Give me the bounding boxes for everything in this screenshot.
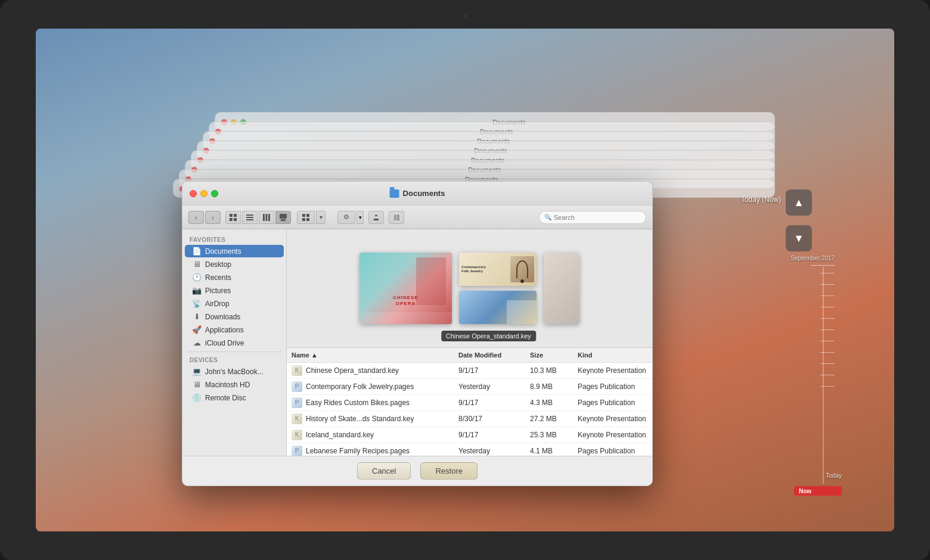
file-size: 27.2 MB	[525, 413, 573, 424]
traffic-lights	[190, 190, 218, 197]
table-row[interactable]: K Chinese Opera_standard.key 9/1/17 10.3…	[287, 363, 652, 379]
sidebar-label-applications: Applications	[205, 326, 244, 334]
minimize-button[interactable]	[200, 190, 207, 197]
svg-rect-5	[246, 217, 253, 218]
time-machine-down-button[interactable]: ▼	[786, 225, 812, 251]
share-button[interactable]	[368, 211, 384, 224]
table-row[interactable]: P Lebanese Family Recipes.pages Yesterda…	[287, 443, 652, 456]
sidebar-item-desktop[interactable]: 🖥 Desktop	[185, 258, 284, 270]
title-bar: Documents	[182, 182, 652, 206]
restore-button[interactable]: Restore	[420, 462, 478, 480]
sidebar-label-desktop: Desktop	[205, 260, 231, 269]
action-button[interactable]: ⚙	[337, 211, 355, 224]
file-name: Chinese Opera_standard.key	[306, 366, 399, 375]
file-icon-pages: P	[292, 397, 302, 408]
file-kind: Pages Publication	[573, 397, 652, 408]
sidebar-item-pictures[interactable]: 📷 Pictures	[185, 284, 284, 297]
sidebar-label-macbook: John's MacBook...	[205, 368, 264, 376]
pictures-icon: 📷	[192, 286, 202, 295]
preview-thumbnail-opera[interactable]: CHINESEOPERA	[359, 253, 452, 324]
close-button[interactable]	[190, 190, 197, 197]
view-buttons	[225, 211, 291, 224]
sidebar-item-airdrop[interactable]: 📡 AirDrop	[185, 297, 284, 310]
search-icon: 🔍	[544, 214, 551, 220]
cancel-button[interactable]: Cancel	[357, 462, 411, 480]
group-dropdown[interactable]: ▾	[316, 211, 326, 224]
time-machine-up-button[interactable]: ▲	[786, 189, 812, 216]
preview-area: CHINESEOPERA Contempora	[287, 229, 652, 348]
window-body: Favorites 📄 Documents 🖥 Desktop 🕐 Recent…	[182, 229, 652, 456]
col-header-date[interactable]: Date Modified	[454, 350, 525, 360]
group-button[interactable]	[297, 211, 315, 224]
file-date: 9/1/17	[454, 397, 525, 408]
view-icon-button[interactable]	[225, 211, 241, 224]
sidebar-item-icloud[interactable]: ☁ iCloud Drive	[185, 337, 284, 349]
svg-rect-3	[234, 218, 237, 221]
file-date: Yesterday	[454, 446, 525, 456]
search-box[interactable]: 🔍	[539, 211, 646, 224]
sidebar-item-applications[interactable]: 🚀 Applications	[185, 323, 284, 336]
svg-rect-0	[230, 214, 232, 217]
file-icon-key: K	[292, 365, 302, 376]
file-kind: Keynote Presentation	[573, 430, 652, 440]
svg-rect-13	[306, 214, 309, 217]
time-machine-today-marker: Today	[826, 472, 842, 479]
sidebar-item-downloads[interactable]: ⬇ Downloads	[185, 310, 284, 323]
sidebar-label-recents: Recents	[205, 273, 231, 282]
file-date: 9/1/17	[454, 365, 525, 376]
toolbar: ‹ ›	[182, 206, 652, 229]
col-header-kind[interactable]: Kind	[573, 350, 652, 360]
link-button[interactable]: ⛓	[389, 211, 404, 224]
airdrop-icon: 📡	[192, 299, 202, 308]
svg-rect-14	[302, 218, 305, 221]
nav-buttons: ‹ ›	[188, 211, 221, 224]
search-input[interactable]	[554, 214, 641, 221]
sidebar-item-recents[interactable]: 🕐 Recents	[185, 271, 284, 284]
table-row[interactable]: P Contemporary Folk Jewelry.pages Yester…	[287, 379, 652, 395]
sidebar-item-macbook[interactable]: 💻 John's MacBook...	[185, 365, 284, 378]
file-name: Iceland_standard.key	[306, 431, 374, 439]
sidebar-divider	[187, 351, 281, 352]
svg-rect-4	[246, 214, 253, 216]
file-date: 9/1/17	[454, 430, 525, 440]
svg-rect-9	[268, 214, 270, 221]
forward-button[interactable]: ›	[205, 211, 221, 224]
file-name: History of Skate...ds Standard.key	[306, 415, 414, 423]
back-button[interactable]: ‹	[188, 211, 204, 224]
recents-icon: 🕐	[192, 273, 202, 282]
file-icon-key: K	[292, 430, 302, 440]
macbook-frame: Documents Documents Documents Documents	[0, 0, 930, 560]
svg-rect-6	[246, 219, 253, 220]
preview-thumbnail-jewelry[interactable]: ContemporaryFolk Jewelry	[459, 253, 537, 286]
remote-disc-icon: 💿	[192, 393, 202, 402]
file-icon-pages: P	[292, 381, 302, 392]
view-list-button[interactable]	[242, 211, 258, 224]
icloud-icon: ☁	[192, 338, 202, 347]
preview-tooltip: Chinese Opera_standard.key	[441, 331, 536, 341]
file-name: Easy Rides Custom Bikes.pages	[306, 399, 410, 407]
action-dropdown[interactable]: ▾	[356, 211, 364, 224]
col-header-name[interactable]: Name ▲	[287, 350, 454, 360]
table-row[interactable]: P Easy Rides Custom Bikes.pages 9/1/17 4…	[287, 395, 652, 411]
table-row[interactable]: K Iceland_standard.key 9/1/17 25.3 MB Ke…	[287, 427, 652, 443]
sidebar-item-documents[interactable]: 📄 Documents	[185, 245, 284, 257]
table-row[interactable]: K History of Skate...ds Standard.key 8/3…	[287, 411, 652, 427]
file-size: 10.3 MB	[525, 365, 573, 376]
maximize-button[interactable]	[211, 190, 218, 197]
sidebar-item-macintosh-hd[interactable]: 🖥 Macintosh HD	[185, 378, 284, 391]
preview-thumbnail-bikes[interactable]	[459, 291, 537, 324]
col-header-size[interactable]: Size	[525, 350, 573, 360]
window-footer: Cancel Restore	[182, 456, 652, 486]
file-date: Yesterday	[454, 381, 525, 392]
file-size: 4.1 MB	[525, 446, 573, 456]
file-size: 8.9 MB	[525, 381, 573, 392]
downloads-icon: ⬇	[192, 312, 202, 321]
sidebar-label-airdrop: AirDrop	[205, 300, 230, 308]
file-size: 4.3 MB	[525, 397, 573, 408]
view-cover-button[interactable]	[275, 211, 291, 224]
desktop-icon: 🖥	[192, 260, 202, 269]
sidebar-label-remote-disc: Remote Disc	[205, 394, 246, 402]
view-column-button[interactable]	[259, 211, 274, 224]
sidebar-item-remote-disc[interactable]: 💿 Remote Disc	[185, 391, 284, 404]
file-size: 25.3 MB	[525, 430, 573, 440]
